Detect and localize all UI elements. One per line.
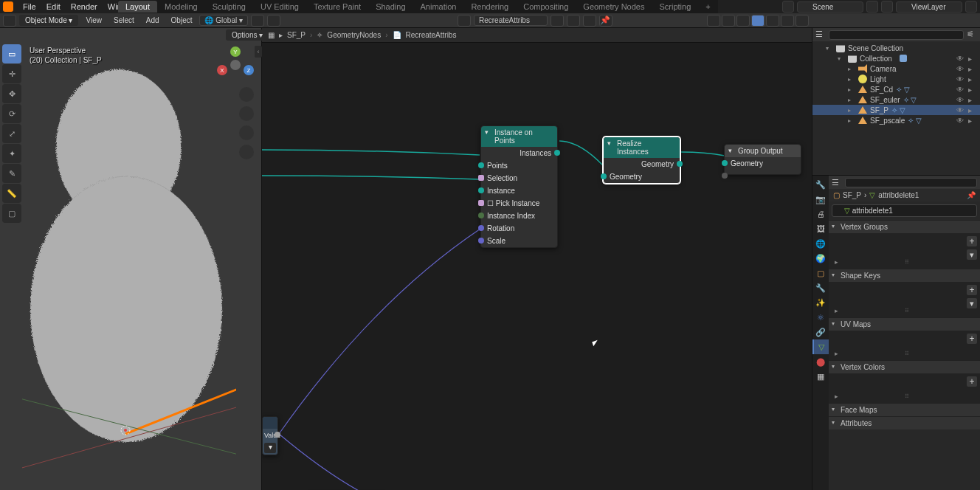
tool-measure[interactable]: 📏 [2,184,21,203]
scene-browse-icon[interactable] [782,1,794,13]
shading-wireframe-icon[interactable] [751,15,765,27]
expand-icon[interactable]: ▸ [835,350,838,357]
outliner[interactable]: ☰ ⚟ ▾ Scene Collection ▾ Collection 👁▸ ▸… [812,28,980,176]
tab-layout[interactable]: Layout [118,1,157,13]
tab-rendering[interactable]: Rendering [463,1,516,13]
expand-icon[interactable]: ▸ [835,393,838,400]
socket-icon[interactable] [478,225,484,231]
socket-geom-icon[interactable] [554,150,560,156]
expand-icon[interactable]: ▸ [835,307,838,314]
menu-view[interactable]: View [81,16,106,24]
tab-scripting[interactable]: Scripting [652,1,698,13]
proptab-texture[interactable]: ▦ [812,369,829,384]
menu-edit[interactable]: Edit [41,2,66,11]
viewlayer-field[interactable]: ViewLayer [896,1,962,13]
filter-icon[interactable]: ⚟ [967,30,977,40]
proptab-particle[interactable]: ✨ [812,295,829,310]
axis-z-icon[interactable]: Z [244,65,254,75]
orientation-dropdown[interactable]: 🌐 Global ▾ [199,15,247,26]
crumb-mod[interactable]: GeometryNodes [327,31,381,39]
geometry-node-editor[interactable]: ▦ View ▸ SF_P › ✧ GeometryNodes › 📄 Recr… [262,28,812,490]
properties-type-icon[interactable]: ☰ [832,178,842,187]
proptab-mesh-data[interactable]: ▽ [812,339,829,354]
socket-icon[interactable] [478,162,484,168]
scene-new-icon[interactable] [866,1,878,13]
shading-rendered-icon[interactable] [796,15,809,27]
mode-dropdown[interactable]: Object Mode ▾ [19,15,78,26]
socket-icon[interactable] [478,213,484,218]
viewlayer-browse-icon[interactable] [881,1,893,13]
menu-add[interactable]: Add [142,16,164,24]
tree-item-light[interactable]: ▸ Light 👁▸ [812,74,980,84]
node-tree-datablock[interactable]: RecreateAttribs [474,15,548,26]
unlink-icon[interactable] [583,15,596,27]
tree-item-sf-cd[interactable]: ▸ SF_Cd ✧ ▽ 👁▸ [812,84,980,94]
socket-icon[interactable] [478,238,484,244]
dropdown-icon[interactable]: ▾ [967,298,977,308]
tool-cursor[interactable]: ✛ [2,64,21,83]
dropdown-icon[interactable]: ▾ [967,249,977,260]
editor-type-icon[interactable]: ▦ [268,31,275,39]
collapse-panel-icon[interactable]: ‹ [255,46,262,58]
restrict-visible-icon[interactable]: 👁 [956,55,965,63]
properties-editor[interactable]: 🔧 📷 🖨 🖼 🌐 🌍 ▢ 🔧 ✨ ⚛ 🔗 ▽ ⬤ ▦ ☰ ▢ SF_P › ▽… [812,176,980,490]
eye-icon[interactable]: 👁 [956,65,965,73]
perspective-toggle-icon[interactable] [239,145,254,159]
proptab-modifier[interactable]: 🔧 [812,280,829,295]
snap-toggle-icon[interactable] [251,15,264,27]
shading-solid-icon[interactable] [766,15,779,27]
camera-view-icon[interactable] [239,125,254,140]
tab-compositing[interactable]: Compositing [516,1,576,13]
viewport-3d[interactable]: User Perspective (20) Collection | SF_P … [0,28,262,490]
node-tree-type-icon[interactable] [458,15,471,27]
panel-face-maps-header[interactable]: Face Maps [829,404,980,416]
editor-type-3dview-icon[interactable] [3,15,16,27]
outliner-type-icon[interactable]: ☰ [815,30,826,40]
proptab-tool[interactable]: 🔧 [812,177,829,192]
viewlayer-new-icon[interactable] [965,1,977,13]
proptab-scene[interactable]: 🌐 [812,236,829,251]
xray-toggle-icon[interactable] [736,15,750,27]
proptab-constraint[interactable]: 🔗 [812,325,829,339]
tree-item-sf-pscale[interactable]: ▸ SF_pscale ✧ ▽ 👁▸ [812,115,980,125]
socket-icon[interactable] [478,200,484,206]
tool-transform[interactable]: ✦ [2,144,21,163]
add-icon[interactable]: + [967,285,977,295]
zoom-icon[interactable] [239,87,254,102]
proptab-render[interactable]: 📷 [812,192,829,207]
tool-scale[interactable]: ⤢ [2,124,21,143]
overlay-dropdown-icon[interactable] [722,15,735,27]
add-icon[interactable]: + [967,376,977,387]
socket-icon[interactable] [275,432,280,438]
proptab-output[interactable]: 🖨 [812,207,829,221]
tab-uv-editing[interactable]: UV Editing [253,1,306,13]
socket-icon[interactable] [478,187,484,193]
tool-annotate[interactable]: ✎ [2,164,21,183]
socket-icon[interactable] [677,161,683,167]
options-dropdown[interactable]: Options ▾ [226,30,269,41]
tab-modeling[interactable]: Modeling [157,1,205,13]
tab-texture-paint[interactable]: Texture Paint [306,1,368,13]
socket-icon[interactable] [722,173,728,179]
crumb-obj[interactable]: SF_P [287,31,306,39]
tool-select-box[interactable]: ▭ [2,44,21,63]
socket-icon[interactable] [722,160,728,166]
expand-icon[interactable]: ▸ [835,258,838,266]
tree-item-camera[interactable]: ▸ Camera 👁▸ [812,63,980,74]
tree-item-sf-p[interactable]: ▸ SF_P ✧ ▽ 👁▸ [812,105,980,115]
add-icon[interactable]: + [967,334,977,344]
shading-preview-icon[interactable] [781,15,794,27]
add-icon[interactable]: + [967,236,977,246]
socket-icon[interactable] [478,175,484,181]
restrict-select-icon[interactable]: ▸ [968,55,977,63]
node-value-partial[interactable]: Value ▾ [262,416,278,455]
socket-icon[interactable] [601,173,607,179]
tool-add-cube[interactable]: ▢ [2,204,21,223]
scene-field[interactable]: Scene [797,1,863,13]
menu-render[interactable]: Render [66,2,103,11]
panel-vertex-colors-header[interactable]: Vertex Colors [829,361,980,373]
tool-rotate[interactable]: ⟳ [2,104,21,123]
tree-collection[interactable]: ▾ Collection 👁▸ [812,53,980,63]
tree-item-sf-euler[interactable]: ▸ SF_euler ✧ ▽ 👁▸ [812,94,980,105]
tab-shading[interactable]: Shading [368,1,413,13]
